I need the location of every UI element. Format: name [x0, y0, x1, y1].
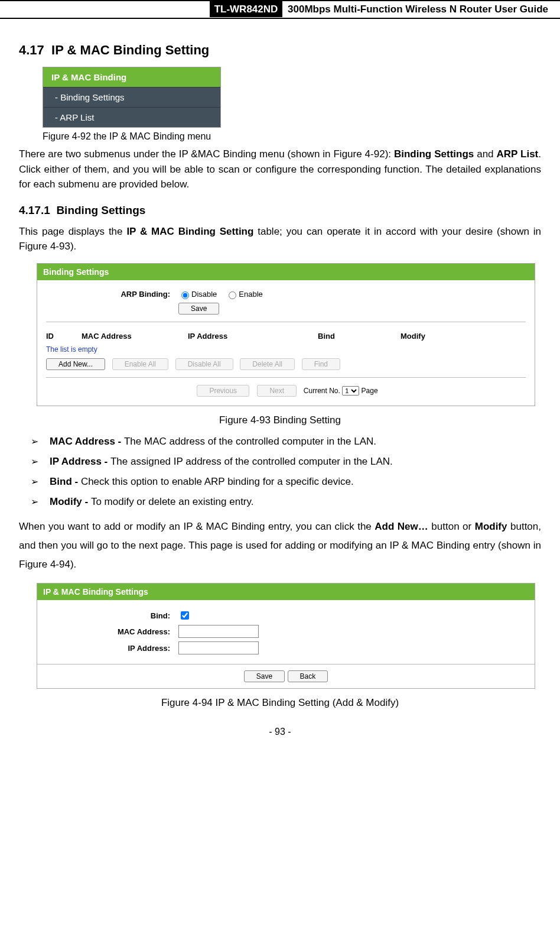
th-modify: Modify: [401, 332, 460, 341]
radio-enable-input[interactable]: [229, 291, 236, 299]
menu-figure-header: IP & MAC Binding: [43, 67, 220, 87]
previous-button[interactable]: Previous: [197, 385, 249, 397]
add-new-button[interactable]: Add New...: [46, 358, 105, 370]
figure-caption-92: Figure 4-92 the IP & MAC Binding menu: [43, 131, 541, 142]
th-ip: IP Address: [188, 332, 318, 341]
ip-address-label: IP Address:: [46, 644, 178, 653]
bullet-modify: Modify - To modify or delete an existing…: [37, 496, 541, 508]
disable-all-button[interactable]: Disable All: [175, 358, 233, 370]
button-row: Add New... Enable All Disable All Delete…: [46, 358, 526, 370]
menu-item-binding-settings: - Binding Settings: [43, 87, 220, 107]
arp-binding-label: ARP Binding:: [46, 290, 178, 299]
bullet-list: MAC Address - The MAC address of the con…: [19, 436, 541, 508]
intro-paragraph: There are two submenus under the IP &MAC…: [19, 147, 541, 192]
enable-all-button[interactable]: Enable All: [112, 358, 168, 370]
save-button-2[interactable]: Save: [244, 670, 285, 682]
bullet-ip: IP Address - The assigned IP address of …: [37, 456, 541, 468]
save-button[interactable]: Save: [178, 303, 219, 315]
section-heading: 4.17 IP & MAC Binding Setting: [19, 43, 541, 58]
empty-list-text: The list is empty: [46, 345, 526, 354]
radio-enable[interactable]: Enable: [226, 290, 262, 299]
menu-item-arp-list: - ARP List: [43, 107, 220, 127]
binding-settings-panel: Binding Settings ARP Binding: Disable En…: [37, 263, 535, 406]
page-content: 4.17 IP & MAC Binding Setting IP & MAC B…: [0, 19, 560, 758]
back-button[interactable]: Back: [288, 670, 328, 682]
page-header: TL-WR842ND 300Mbps Multi-Function Wirele…: [0, 0, 560, 19]
ip-mac-binding-settings-panel: IP & MAC Binding Settings Bind: MAC Addr…: [37, 583, 535, 689]
mac-address-label: MAC Address:: [46, 627, 178, 636]
bind-label: Bind:: [46, 611, 178, 620]
bind-checkbox[interactable]: [181, 611, 189, 620]
page-number: - 93 -: [19, 727, 541, 737]
panel-title: Binding Settings: [37, 264, 535, 280]
pager: Previous Next Current No. 1 Page: [46, 385, 526, 397]
figure-caption-94: Figure 4-94 IP & MAC Binding Setting (Ad…: [19, 697, 541, 709]
radio-disable-input[interactable]: [181, 291, 189, 299]
figure-caption-93: Figure 4-93 Binding Setting: [19, 414, 541, 426]
mac-address-input[interactable]: [178, 625, 259, 638]
subsection-paragraph: This page displays the IP & MAC Binding …: [19, 224, 541, 254]
menu-figure: IP & MAC Binding - Binding Settings - AR…: [43, 67, 221, 128]
header-title: 300Mbps Multi-Function Wireless N Router…: [288, 4, 548, 15]
paragraph-add-modify: When you want to add or modify an IP & M…: [19, 517, 541, 575]
model-badge: TL-WR842ND: [210, 1, 283, 17]
th-id: ID: [46, 332, 82, 341]
radio-disable[interactable]: Disable: [178, 290, 217, 299]
subsection-heading: 4.17.1 Binding Settings: [19, 204, 541, 217]
th-mac: MAC Address: [82, 332, 188, 341]
current-no-label: Current No.: [304, 387, 340, 395]
delete-all-button[interactable]: Delete All: [240, 358, 295, 370]
panel2-title: IP & MAC Binding Settings: [37, 584, 535, 600]
page-select[interactable]: 1: [342, 386, 359, 396]
table-header: ID MAC Address IP Address Bind Modify: [46, 329, 526, 343]
th-bind: Bind: [318, 332, 401, 341]
page-label: Page: [362, 387, 378, 395]
bullet-bind: Bind - Check this option to enable ARP b…: [37, 476, 541, 488]
next-button[interactable]: Next: [257, 385, 297, 397]
ip-address-input[interactable]: [178, 641, 259, 654]
panel2-footer: Save Back: [37, 664, 535, 688]
bullet-mac: MAC Address - The MAC address of the con…: [37, 436, 541, 448]
find-button[interactable]: Find: [302, 358, 340, 370]
